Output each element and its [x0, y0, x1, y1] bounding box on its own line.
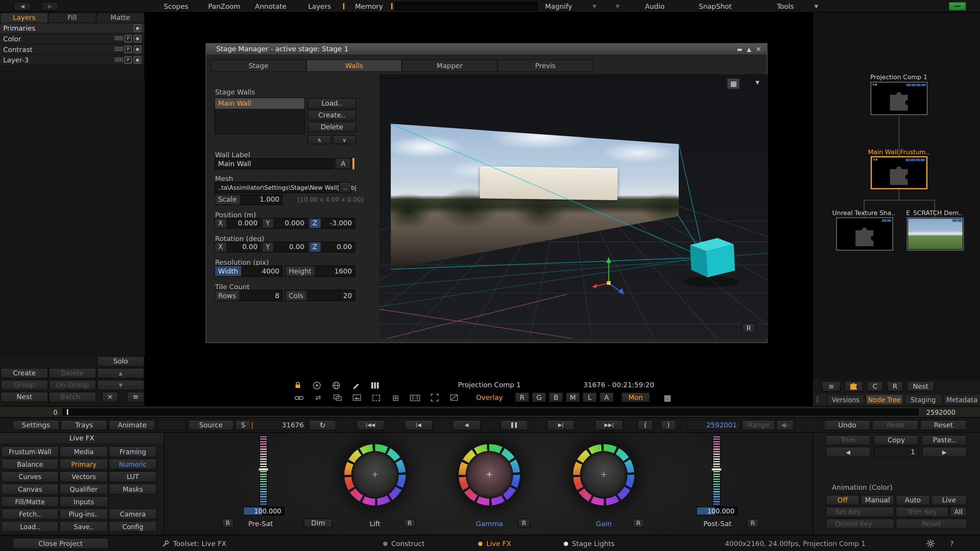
- viewport-grid-button[interactable]: ▦: [727, 78, 740, 89]
- post-sat-reset-button[interactable]: R: [747, 518, 759, 528]
- pre-sat-reset-button[interactable]: R: [222, 518, 234, 528]
- tool-frustum-wall[interactable]: Frustum-Wall: [1, 446, 59, 457]
- post-sat-slider[interactable]: [712, 435, 720, 507]
- position-y-field[interactable]: Y 0.000: [262, 218, 307, 229]
- group-button[interactable]: Group: [1, 380, 48, 391]
- tab-versions[interactable]: Versions: [827, 394, 864, 405]
- anim-manual-button[interactable]: Manual: [861, 495, 894, 505]
- power-button[interactable]: [949, 2, 966, 11]
- node-nest-button[interactable]: Nest: [907, 381, 934, 391]
- duration-field[interactable]: 2592001: [688, 420, 741, 430]
- tab-staging[interactable]: Staging: [904, 394, 942, 405]
- layer-output-toggle[interactable]: ▣: [134, 24, 141, 32]
- settings-button[interactable]: Settings: [13, 420, 59, 430]
- help-button[interactable]: ?: [950, 535, 954, 551]
- mode-stage-lights[interactable]: Stage Lights: [564, 535, 615, 551]
- range-button[interactable]: Range: [742, 420, 775, 430]
- layer-down-button[interactable]: ▼: [97, 380, 144, 391]
- magnify-up-icon[interactable]: ▼: [593, 0, 596, 13]
- scale-field[interactable]: Scale 1.000: [214, 194, 283, 205]
- link-icon[interactable]: [291, 392, 306, 403]
- nest-button[interactable]: Nest: [1, 392, 48, 403]
- add-marker-icon[interactable]: ⊞: [388, 392, 403, 403]
- layer-output-toggle[interactable]: ▣: [134, 46, 141, 53]
- all-button[interactable]: All: [950, 507, 967, 517]
- set-key-button[interactable]: Set Key: [826, 507, 895, 517]
- solo-button[interactable]: Solo: [97, 356, 144, 367]
- step-back-button[interactable]: |◀: [404, 420, 432, 430]
- menu-tools[interactable]: Tools: [777, 0, 794, 13]
- tab-matte[interactable]: Matte: [96, 13, 144, 23]
- safe-area-icon[interactable]: [369, 392, 384, 403]
- dim-button[interactable]: Dim: [304, 518, 332, 528]
- tools-caret-icon[interactable]: ▼: [814, 0, 818, 13]
- gamma-reset-button[interactable]: R: [518, 518, 530, 528]
- tile-cols-field[interactable]: Cols 20: [285, 290, 355, 301]
- lock-icon[interactable]: [290, 380, 305, 391]
- tool-load[interactable]: Load..: [1, 521, 59, 532]
- tool-media[interactable]: Media: [59, 446, 108, 457]
- wall-list[interactable]: Main Wall: [214, 98, 305, 134]
- layer-p-toggle[interactable]: P: [124, 35, 132, 42]
- node-c-button[interactable]: C: [867, 381, 883, 391]
- tool-curves[interactable]: Curves: [1, 471, 59, 482]
- close-project-button[interactable]: Close Project: [13, 538, 109, 549]
- loop-button[interactable]: ↻: [309, 420, 336, 430]
- trim-key-button[interactable]: Trim Key: [896, 507, 949, 517]
- hamburger-button[interactable]: ≡: [127, 392, 144, 403]
- redo-button[interactable]: Redo: [872, 420, 919, 430]
- tab-fill[interactable]: Fill: [48, 13, 96, 23]
- gamma-wheel[interactable]: +: [459, 444, 520, 505]
- tool-vectors[interactable]: Vectors: [59, 471, 108, 482]
- timeline-playhead[interactable]: [67, 409, 68, 415]
- add-node-button[interactable]: [844, 381, 863, 391]
- globe-icon[interactable]: [329, 380, 344, 391]
- close-x-button[interactable]: ×: [102, 392, 118, 403]
- mesh-path-field[interactable]: ..ta\Assimilator\Settings\Stage\New Wall…: [214, 182, 338, 193]
- layer-p-toggle[interactable]: P: [124, 46, 132, 53]
- tool-qualifier[interactable]: Qualifier: [59, 484, 108, 495]
- create-layer-button[interactable]: Create: [1, 368, 48, 379]
- channel-a-button[interactable]: A: [599, 392, 614, 402]
- node-unreal-texture[interactable]: [836, 217, 893, 251]
- nav-back-button[interactable]: ◀: [14, 2, 31, 11]
- mark-out-button[interactable]: ): [661, 420, 676, 430]
- wall-create-button[interactable]: Create..: [307, 110, 356, 121]
- window-shade-icon[interactable]: ▬: [735, 45, 744, 53]
- menu-snapshot[interactable]: SnapShot: [699, 0, 732, 13]
- channel-b-button[interactable]: B: [549, 392, 563, 402]
- wall-label-field[interactable]: Main Wall: [214, 158, 334, 169]
- resolution-width-field[interactable]: Width 4000: [214, 266, 283, 277]
- image-icon[interactable]: [350, 392, 364, 403]
- mon-grid-icon[interactable]: ▦: [660, 392, 675, 403]
- position-x-field[interactable]: X 0.000: [214, 218, 261, 229]
- menu-annotate[interactable]: Annotate: [255, 0, 286, 13]
- channel-r-button[interactable]: R: [515, 392, 529, 402]
- panel-splitter-handle[interactable]: [816, 395, 820, 404]
- anim-reset-button[interactable]: Reset: [896, 518, 967, 529]
- channel-m-button[interactable]: M: [566, 392, 580, 402]
- gain-reset-button[interactable]: R: [632, 518, 644, 528]
- wall-move-up-button[interactable]: ∧: [307, 135, 331, 144]
- fit-expand-icon[interactable]: [427, 392, 442, 403]
- tab-stage[interactable]: Stage: [211, 59, 306, 72]
- annotate-pen-icon[interactable]: [348, 380, 363, 391]
- stage-manager-titlebar[interactable]: Stage Manager - active stage: Stage 1 ▬ …: [206, 44, 767, 54]
- dual-image-icon[interactable]: [330, 392, 345, 403]
- viewport-grid-caret-icon[interactable]: ▼: [756, 80, 760, 86]
- delete-key-button[interactable]: Delete Key: [826, 518, 895, 529]
- anim-off-button[interactable]: Off: [826, 495, 859, 505]
- tool-camera[interactable]: Camera: [109, 509, 157, 520]
- channel-g-button[interactable]: G: [532, 392, 546, 402]
- tab-previs[interactable]: Previs: [498, 59, 593, 72]
- mesh-browse-button[interactable]: ..: [340, 182, 351, 193]
- trays-button[interactable]: Trays: [60, 420, 107, 430]
- mon-button[interactable]: Mon: [621, 392, 650, 402]
- menu-magnify[interactable]: Magnify: [545, 0, 572, 13]
- nav-forward-button[interactable]: ▶: [41, 2, 59, 11]
- memory-next-button[interactable]: ▶: [922, 447, 967, 457]
- pre-sat-value-field[interactable]: 100.000: [243, 507, 284, 515]
- source-button[interactable]: Source: [188, 420, 234, 430]
- tool-fetch[interactable]: Fetch..: [1, 509, 59, 520]
- mode-construct[interactable]: Construct: [383, 535, 425, 551]
